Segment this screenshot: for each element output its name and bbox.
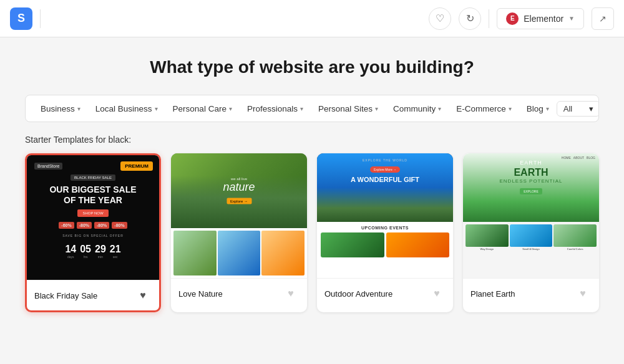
- earth-label-1: Way Design: [466, 247, 509, 251]
- favorite-button[interactable]: ♥: [574, 285, 592, 302]
- template-thumbnail: EXPLORE THE WORLD Explore More → A WONDE…: [317, 153, 453, 278]
- earth-preview: HOME ABOUT BLOG EARTH EARTH ENDLESS POTE…: [463, 153, 599, 278]
- earth-thumb-1: Way Design: [466, 224, 509, 275]
- countdown-min: 29 min: [95, 244, 106, 259]
- bfs-subtitle: SAVE BIG ON SPECIAL OFFER: [62, 234, 124, 237]
- outdoor-events-title: UPCOMING EVENTS: [321, 226, 449, 230]
- template-thumbnail: BrandStore PREMIUM BLACK FRIDAY SALE OUR…: [27, 155, 159, 280]
- outdoor-overlay: EXPLORE THE WORLD Explore More → A WONDE…: [317, 158, 453, 183]
- chevron-icon: ▾: [509, 105, 512, 112]
- cat-personal-care[interactable]: Personal Care ▾: [165, 100, 240, 117]
- lnature-img-1: [173, 231, 217, 275]
- template-name: Love Nature: [178, 289, 223, 299]
- cat-personal-sites[interactable]: Personal Sites ▾: [311, 100, 386, 117]
- lnature-img-2: [218, 231, 261, 275]
- cat-business[interactable]: Business ▾: [33, 100, 88, 117]
- outdoor-events-grid: [321, 232, 449, 257]
- lnature-tagline: we all live: [223, 177, 255, 181]
- lnature-title: nature: [223, 181, 255, 194]
- chevron-icon: ▾: [375, 105, 378, 112]
- favorite-button[interactable]: ♥: [428, 285, 446, 302]
- cat-blog[interactable]: Blog ▾: [519, 100, 557, 117]
- earth-thumb-2: Small & Design: [510, 224, 553, 275]
- favorite-button[interactable]: ♥: [134, 287, 152, 304]
- app-logo: S: [10, 7, 32, 30]
- lnature-hero: we all live nature Explore →: [171, 153, 307, 228]
- external-link-icon: ↗: [599, 14, 607, 24]
- template-thumbnail: we all live nature Explore →: [171, 153, 307, 278]
- refresh-button[interactable]: ↻: [459, 7, 481, 30]
- template-grid: BrandStore PREMIUM BLACK FRIDAY SALE OUR…: [25, 153, 599, 312]
- outdoor-events: UPCOMING EVENTS: [317, 222, 453, 278]
- outdoor-badge: Explore More →: [370, 166, 400, 173]
- template-card-planet-earth[interactable]: HOME ABOUT BLOG EARTH EARTH ENDLESS POTE…: [463, 153, 599, 312]
- elementor-chevron-icon: ▼: [568, 15, 575, 22]
- template-footer: Planet Earth ♥: [463, 278, 599, 309]
- outdoor-supertitle: EXPLORE THE WORLD: [317, 158, 453, 162]
- earth-img-3: [553, 224, 597, 247]
- outdoor-title: A WONDERFUL GIFT: [317, 176, 453, 183]
- lnature-img-3: [261, 231, 305, 275]
- template-footer: Black Friday Sale ♥: [27, 280, 159, 310]
- filter-chevron-icon: ▾: [589, 104, 593, 113]
- outdoor-preview: EXPLORE THE WORLD Explore More → A WONDE…: [317, 153, 453, 278]
- outdoor-event-2: [386, 232, 450, 257]
- earth-label-3: Careful Colors: [553, 247, 597, 251]
- lnature-cta: Explore →: [227, 198, 251, 204]
- template-card-outdoor-adventure[interactable]: EXPLORE THE WORLD Explore More → A WONDE…: [317, 153, 453, 312]
- template-thumbnail: HOME ABOUT BLOG EARTH EARTH ENDLESS POTE…: [463, 153, 599, 278]
- lnature-services: [171, 228, 307, 278]
- main-content: What type of website are you building? B…: [0, 37, 624, 364]
- bfs-title: OUR BIGGEST SALEOF THE YEAR: [49, 184, 136, 206]
- chevron-icon: ▾: [229, 105, 232, 112]
- premium-badge: PREMIUM: [120, 161, 153, 171]
- chevron-icon: ▾: [546, 105, 549, 112]
- bfs-brand-logo: BrandStore: [34, 163, 62, 170]
- topbar-divider-2: [489, 9, 489, 28]
- favorite-button[interactable]: ♥: [282, 285, 300, 302]
- favorites-button[interactable]: ♡: [429, 7, 451, 30]
- cat-local-business[interactable]: Local Business ▾: [88, 100, 165, 117]
- external-link-button[interactable]: ↗: [592, 7, 614, 30]
- template-footer: Love Nature ♥: [171, 278, 307, 309]
- earth-img-1: [466, 224, 509, 247]
- topbar: S ♡ ↻ E Elementor ▼ ↗: [0, 0, 624, 37]
- bfs-sale-2: -80%: [77, 222, 92, 229]
- category-nav: Business ▾ Local Business ▾ Personal Car…: [25, 95, 599, 122]
- earth-thumb-3: Careful Colors: [553, 224, 597, 275]
- cat-professionals[interactable]: Professionals ▾: [240, 100, 311, 117]
- earth-main-title: EARTH: [463, 167, 599, 178]
- filter-dropdown[interactable]: All ▾: [557, 101, 599, 117]
- countdown-days: 14 days: [65, 244, 76, 259]
- bfs-preview: BrandStore PREMIUM BLACK FRIDAY SALE OUR…: [27, 155, 159, 280]
- countdown-hrs: 05 hrs: [80, 244, 91, 259]
- earth-gallery: Way Design Small & Design Careful Colors: [463, 222, 599, 278]
- elementor-logo: E: [506, 12, 519, 25]
- bfs-sale-3: -80%: [94, 222, 109, 229]
- earth-subtitle: ENDLESS POTENTIAL: [463, 178, 599, 184]
- chevron-icon: ▾: [438, 105, 441, 112]
- bfs-sale-4: -80%: [112, 222, 127, 229]
- bfs-tag: BLACK FRIDAY SALE: [71, 175, 115, 181]
- template-name: Black Friday Sale: [34, 291, 97, 300]
- cat-ecommerce[interactable]: E-Commerce ▾: [449, 100, 519, 117]
- starter-label: Starter Templates for black:: [25, 135, 599, 145]
- bfs-cta-btn: SHOP NOW: [77, 209, 108, 217]
- love-nature-preview: we all live nature Explore →: [171, 153, 307, 278]
- template-card-love-nature[interactable]: we all live nature Explore → Love Nature…: [171, 153, 307, 312]
- bfs-countdown: 14 days 05 hrs 29 min 21: [65, 244, 120, 259]
- earth-top-text: EARTH EARTH ENDLESS POTENTIAL EXPLORE: [463, 160, 599, 195]
- outdoor-hero: EXPLORE THE WORLD Explore More → A WONDE…: [317, 153, 453, 222]
- chevron-icon: ▾: [155, 105, 158, 112]
- template-name: Outdoor Adventure: [324, 289, 392, 299]
- bfs-sale-1: -60%: [59, 222, 74, 229]
- chevron-icon: ▾: [300, 105, 303, 112]
- template-name: Planet Earth: [470, 289, 515, 299]
- cat-community[interactable]: Community ▾: [386, 100, 449, 117]
- template-card-black-friday-sale[interactable]: BrandStore PREMIUM BLACK FRIDAY SALE OUR…: [25, 153, 161, 312]
- elementor-button[interactable]: E Elementor ▼: [497, 8, 584, 29]
- elementor-label: Elementor: [524, 14, 563, 24]
- outdoor-event-1: [321, 232, 384, 257]
- topbar-divider: [40, 9, 41, 28]
- earth-tagline: EARTH: [463, 160, 599, 166]
